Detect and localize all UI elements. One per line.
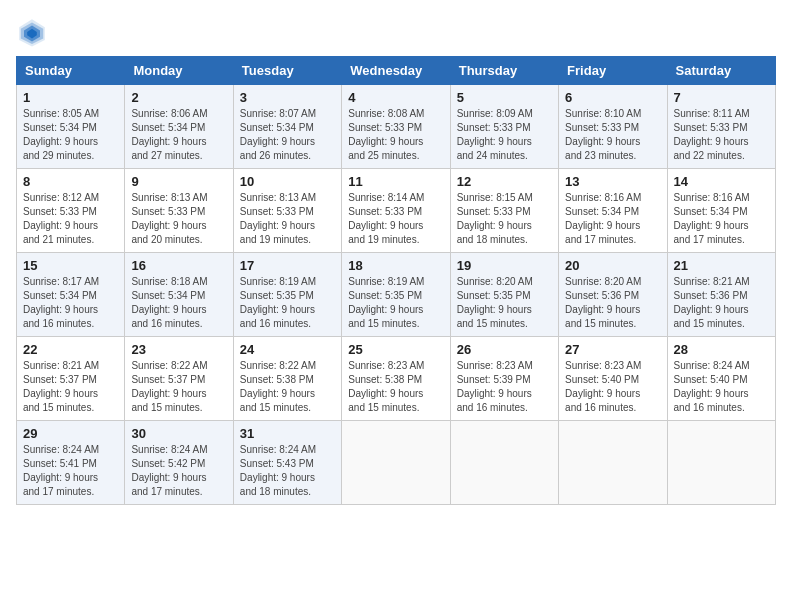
logo-icon [16,16,48,48]
calendar-cell: 11Sunrise: 8:14 AM Sunset: 5:33 PM Dayli… [342,169,450,253]
day-number: 31 [240,426,335,441]
day-info: Sunrise: 8:08 AM Sunset: 5:33 PM Dayligh… [348,107,443,163]
calendar-table: SundayMondayTuesdayWednesdayThursdayFrid… [16,56,776,505]
day-info: Sunrise: 8:10 AM Sunset: 5:33 PM Dayligh… [565,107,660,163]
week-row-5: 29Sunrise: 8:24 AM Sunset: 5:41 PM Dayli… [17,421,776,505]
day-info: Sunrise: 8:16 AM Sunset: 5:34 PM Dayligh… [674,191,769,247]
day-info: Sunrise: 8:23 AM Sunset: 5:40 PM Dayligh… [565,359,660,415]
calendar-cell: 15Sunrise: 8:17 AM Sunset: 5:34 PM Dayli… [17,253,125,337]
day-number: 13 [565,174,660,189]
calendar-cell: 25Sunrise: 8:23 AM Sunset: 5:38 PM Dayli… [342,337,450,421]
day-info: Sunrise: 8:24 AM Sunset: 5:41 PM Dayligh… [23,443,118,499]
calendar-cell: 7Sunrise: 8:11 AM Sunset: 5:33 PM Daylig… [667,85,775,169]
day-number: 25 [348,342,443,357]
day-info: Sunrise: 8:17 AM Sunset: 5:34 PM Dayligh… [23,275,118,331]
calendar-cell: 21Sunrise: 8:21 AM Sunset: 5:36 PM Dayli… [667,253,775,337]
day-number: 7 [674,90,769,105]
day-number: 22 [23,342,118,357]
page-header [16,16,776,48]
day-info: Sunrise: 8:06 AM Sunset: 5:34 PM Dayligh… [131,107,226,163]
day-number: 27 [565,342,660,357]
day-number: 4 [348,90,443,105]
day-number: 15 [23,258,118,273]
day-header-wednesday: Wednesday [342,57,450,85]
day-info: Sunrise: 8:21 AM Sunset: 5:37 PM Dayligh… [23,359,118,415]
calendar-cell: 24Sunrise: 8:22 AM Sunset: 5:38 PM Dayli… [233,337,341,421]
day-number: 20 [565,258,660,273]
calendar-cell: 6Sunrise: 8:10 AM Sunset: 5:33 PM Daylig… [559,85,667,169]
day-info: Sunrise: 8:19 AM Sunset: 5:35 PM Dayligh… [240,275,335,331]
calendar-cell: 31Sunrise: 8:24 AM Sunset: 5:43 PM Dayli… [233,421,341,505]
day-number: 5 [457,90,552,105]
day-number: 6 [565,90,660,105]
day-info: Sunrise: 8:21 AM Sunset: 5:36 PM Dayligh… [674,275,769,331]
logo [16,16,52,48]
calendar-cell: 30Sunrise: 8:24 AM Sunset: 5:42 PM Dayli… [125,421,233,505]
day-number: 11 [348,174,443,189]
day-number: 16 [131,258,226,273]
day-header-saturday: Saturday [667,57,775,85]
day-info: Sunrise: 8:23 AM Sunset: 5:38 PM Dayligh… [348,359,443,415]
day-number: 26 [457,342,552,357]
day-number: 3 [240,90,335,105]
day-number: 1 [23,90,118,105]
day-info: Sunrise: 8:22 AM Sunset: 5:38 PM Dayligh… [240,359,335,415]
day-info: Sunrise: 8:18 AM Sunset: 5:34 PM Dayligh… [131,275,226,331]
day-info: Sunrise: 8:15 AM Sunset: 5:33 PM Dayligh… [457,191,552,247]
calendar-cell: 29Sunrise: 8:24 AM Sunset: 5:41 PM Dayli… [17,421,125,505]
calendar-cell: 17Sunrise: 8:19 AM Sunset: 5:35 PM Dayli… [233,253,341,337]
day-info: Sunrise: 8:07 AM Sunset: 5:34 PM Dayligh… [240,107,335,163]
calendar-cell: 20Sunrise: 8:20 AM Sunset: 5:36 PM Dayli… [559,253,667,337]
calendar-cell: 2Sunrise: 8:06 AM Sunset: 5:34 PM Daylig… [125,85,233,169]
week-row-2: 8Sunrise: 8:12 AM Sunset: 5:33 PM Daylig… [17,169,776,253]
day-number: 14 [674,174,769,189]
calendar-cell: 16Sunrise: 8:18 AM Sunset: 5:34 PM Dayli… [125,253,233,337]
calendar-cell: 8Sunrise: 8:12 AM Sunset: 5:33 PM Daylig… [17,169,125,253]
calendar-cell: 5Sunrise: 8:09 AM Sunset: 5:33 PM Daylig… [450,85,558,169]
calendar-cell: 3Sunrise: 8:07 AM Sunset: 5:34 PM Daylig… [233,85,341,169]
calendar-cell: 1Sunrise: 8:05 AM Sunset: 5:34 PM Daylig… [17,85,125,169]
day-info: Sunrise: 8:20 AM Sunset: 5:36 PM Dayligh… [565,275,660,331]
day-info: Sunrise: 8:16 AM Sunset: 5:34 PM Dayligh… [565,191,660,247]
week-row-3: 15Sunrise: 8:17 AM Sunset: 5:34 PM Dayli… [17,253,776,337]
calendar-cell: 12Sunrise: 8:15 AM Sunset: 5:33 PM Dayli… [450,169,558,253]
calendar-cell: 27Sunrise: 8:23 AM Sunset: 5:40 PM Dayli… [559,337,667,421]
day-info: Sunrise: 8:24 AM Sunset: 5:42 PM Dayligh… [131,443,226,499]
calendar-cell: 13Sunrise: 8:16 AM Sunset: 5:34 PM Dayli… [559,169,667,253]
calendar-cell: 10Sunrise: 8:13 AM Sunset: 5:33 PM Dayli… [233,169,341,253]
day-number: 12 [457,174,552,189]
week-row-4: 22Sunrise: 8:21 AM Sunset: 5:37 PM Dayli… [17,337,776,421]
day-number: 19 [457,258,552,273]
day-info: Sunrise: 8:14 AM Sunset: 5:33 PM Dayligh… [348,191,443,247]
calendar-cell: 23Sunrise: 8:22 AM Sunset: 5:37 PM Dayli… [125,337,233,421]
day-info: Sunrise: 8:05 AM Sunset: 5:34 PM Dayligh… [23,107,118,163]
day-info: Sunrise: 8:09 AM Sunset: 5:33 PM Dayligh… [457,107,552,163]
day-info: Sunrise: 8:12 AM Sunset: 5:33 PM Dayligh… [23,191,118,247]
day-header-thursday: Thursday [450,57,558,85]
calendar-cell: 9Sunrise: 8:13 AM Sunset: 5:33 PM Daylig… [125,169,233,253]
day-number: 24 [240,342,335,357]
day-number: 2 [131,90,226,105]
day-info: Sunrise: 8:22 AM Sunset: 5:37 PM Dayligh… [131,359,226,415]
calendar-cell: 18Sunrise: 8:19 AM Sunset: 5:35 PM Dayli… [342,253,450,337]
week-row-1: 1Sunrise: 8:05 AM Sunset: 5:34 PM Daylig… [17,85,776,169]
day-header-monday: Monday [125,57,233,85]
calendar-cell: 4Sunrise: 8:08 AM Sunset: 5:33 PM Daylig… [342,85,450,169]
day-number: 29 [23,426,118,441]
day-number: 9 [131,174,226,189]
calendar-cell: 22Sunrise: 8:21 AM Sunset: 5:37 PM Dayli… [17,337,125,421]
calendar-cell: 28Sunrise: 8:24 AM Sunset: 5:40 PM Dayli… [667,337,775,421]
day-info: Sunrise: 8:19 AM Sunset: 5:35 PM Dayligh… [348,275,443,331]
day-header-friday: Friday [559,57,667,85]
day-number: 8 [23,174,118,189]
day-info: Sunrise: 8:20 AM Sunset: 5:35 PM Dayligh… [457,275,552,331]
day-info: Sunrise: 8:24 AM Sunset: 5:40 PM Dayligh… [674,359,769,415]
day-info: Sunrise: 8:11 AM Sunset: 5:33 PM Dayligh… [674,107,769,163]
calendar-cell: 19Sunrise: 8:20 AM Sunset: 5:35 PM Dayli… [450,253,558,337]
calendar-cell: 14Sunrise: 8:16 AM Sunset: 5:34 PM Dayli… [667,169,775,253]
day-info: Sunrise: 8:24 AM Sunset: 5:43 PM Dayligh… [240,443,335,499]
day-number: 10 [240,174,335,189]
calendar-cell [667,421,775,505]
day-header-sunday: Sunday [17,57,125,85]
day-header-tuesday: Tuesday [233,57,341,85]
